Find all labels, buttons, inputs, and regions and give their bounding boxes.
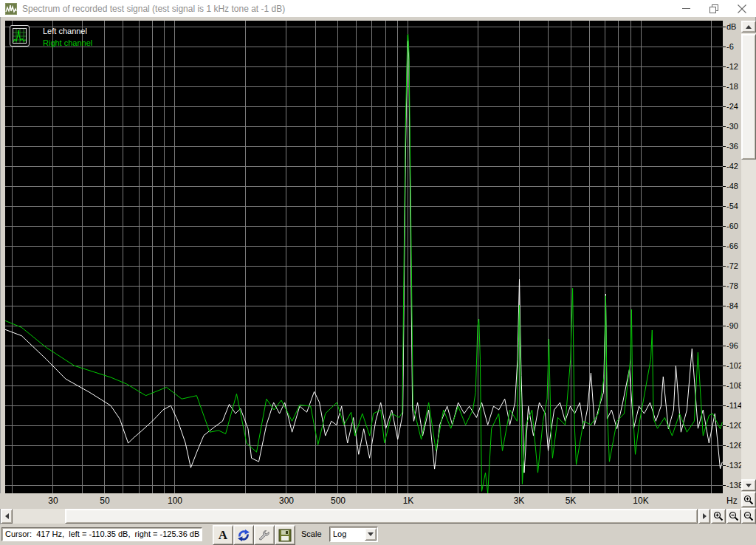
y-tick-mark	[723, 86, 726, 87]
vertical-scrollbar[interactable]	[741, 21, 756, 491]
y-tick-label: -126	[726, 441, 743, 450]
restore-button[interactable]	[700, 0, 728, 17]
y-tick-mark	[723, 266, 726, 267]
spectrum-plot[interactable]: Left channel Right channel	[5, 21, 723, 493]
y-tick-label: dB	[726, 22, 736, 31]
scale-dropdown[interactable]: Log	[329, 527, 378, 542]
y-tick-label: -42	[726, 162, 738, 171]
x-tick-label: 30	[48, 496, 58, 506]
y-tick-mark	[723, 405, 726, 406]
x-tick-label: 1K	[403, 496, 414, 506]
spectrum-chart[interactable]	[5, 21, 723, 493]
y-axis-labels: Hz dB-6-12-18-24-30-36-42-48-54-60-66-72…	[723, 21, 741, 509]
refresh-button[interactable]	[233, 525, 254, 545]
x-tick-label: 500	[331, 496, 346, 506]
x-tick-label: 3K	[514, 496, 525, 506]
legend-left-channel: Left channel	[43, 25, 92, 37]
scroll-up-button[interactable]	[741, 21, 756, 32]
x-tick-label: 50	[100, 496, 109, 506]
x-axis-labels: 30501003005001K3K5K10K	[0, 493, 723, 509]
y-tick-mark	[723, 485, 726, 486]
scroll-right-button[interactable]	[698, 509, 710, 524]
dropdown-button[interactable]	[365, 528, 377, 541]
x-zoom-out-button[interactable]	[726, 509, 741, 524]
waveform-icon	[5, 3, 17, 15]
scale-selected-value: Log	[333, 529, 346, 540]
y-zoom-out-button[interactable]	[741, 508, 756, 524]
zoom-in-icon	[713, 511, 724, 521]
arrow-up-icon	[746, 25, 752, 29]
y-tick-mark	[723, 385, 726, 386]
y-tick-label: -12	[726, 62, 738, 71]
y-tick-mark	[723, 226, 726, 227]
arrow-left-icon	[5, 513, 9, 519]
zoom-in-icon	[743, 495, 754, 505]
x-axis-unit-label: Hz	[726, 496, 738, 506]
scroll-down-button[interactable]	[741, 479, 756, 491]
y-tick-label: -90	[726, 321, 738, 330]
minimize-icon	[682, 4, 690, 13]
y-tick-label: -24	[726, 102, 738, 111]
restore-icon	[709, 4, 718, 13]
y-tick-label: -30	[726, 122, 738, 131]
save-button[interactable]	[275, 525, 295, 545]
y-tick-label: -138	[726, 481, 743, 490]
y-tick-mark	[723, 126, 726, 127]
vertical-scrollbar-thumb[interactable]	[741, 34, 756, 160]
settings-button[interactable]	[254, 525, 275, 545]
horizontal-scrollbar-thumb[interactable]	[65, 509, 698, 524]
legend: Left channel Right channel	[10, 25, 92, 49]
y-tick-mark	[723, 27, 726, 27]
window-title: Spectrum of recorded test signal (test s…	[22, 4, 285, 14]
y-tick-label: -84	[726, 301, 738, 310]
legend-toggle-button[interactable]	[10, 25, 30, 47]
save-icon	[278, 529, 292, 542]
y-tick-mark	[723, 465, 726, 466]
y-tick-label: -54	[726, 202, 738, 210]
y-tick-mark	[723, 166, 726, 167]
y-tick-mark	[723, 106, 726, 107]
y-tick-label: -18	[726, 82, 738, 91]
x-zoom-in-button[interactable]	[711, 509, 726, 524]
title-bar: Spectrum of recorded test signal (test s…	[0, 0, 756, 17]
minimize-button[interactable]	[672, 0, 700, 17]
y-tick-label: -120	[726, 421, 743, 430]
y-tick-label: -36	[726, 142, 738, 151]
y-tick-label: -96	[726, 341, 738, 350]
zoom-out-icon	[729, 511, 739, 521]
y-zoom-in-button[interactable]	[741, 492, 756, 507]
y-tick-mark	[723, 146, 726, 147]
y-tick-label: -102	[726, 361, 743, 370]
y-tick-label: -132	[726, 461, 743, 470]
close-button[interactable]	[728, 0, 756, 17]
y-tick-label: -66	[726, 241, 738, 250]
x-tick-label: 10K	[633, 496, 648, 506]
y-tick-mark	[723, 366, 726, 366]
y-tick-mark	[723, 186, 726, 187]
horizontal-scrollbar[interactable]	[1, 509, 710, 524]
y-tick-label: -114	[726, 401, 742, 410]
y-tick-mark	[723, 445, 726, 446]
app-window: { "window": { "title": "Spectrum of reco…	[0, 0, 756, 545]
y-tick-mark	[723, 47, 726, 47]
x-tick-label: 100	[168, 496, 182, 506]
arrow-down-icon	[746, 484, 752, 487]
y-tick-label: -60	[726, 222, 738, 230]
spectrum-thumbnail-icon	[13, 28, 27, 44]
y-tick-mark	[723, 306, 726, 306]
y-tick-label: -48	[726, 182, 738, 191]
y-tick-label: -6	[726, 42, 734, 51]
y-tick-label: -72	[726, 261, 738, 270]
font-button[interactable]: A	[213, 525, 233, 545]
y-tick-mark	[723, 206, 726, 207]
arrow-right-icon	[703, 513, 707, 519]
refresh-icon	[237, 529, 250, 542]
cursor-readout: Cursor: 417 Hz, left = -110.35 dB, right…	[1, 527, 202, 541]
x-tick-label: 300	[279, 496, 294, 506]
chevron-down-icon	[368, 532, 374, 536]
close-icon	[738, 4, 746, 13]
wrench-icon	[258, 529, 271, 542]
y-tick-mark	[723, 425, 726, 426]
scroll-left-button[interactable]	[1, 509, 13, 524]
legend-right-channel: Right channel	[43, 37, 92, 49]
